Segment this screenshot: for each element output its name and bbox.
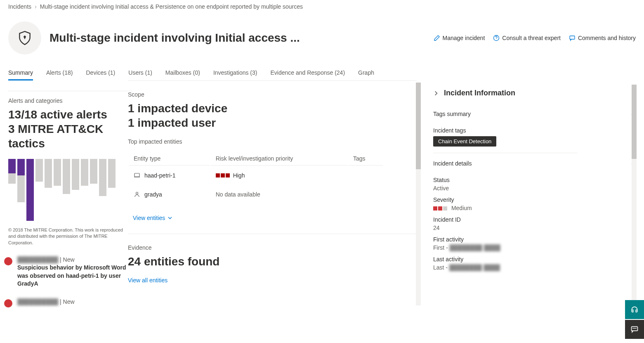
top-entities-label: Top impacted entities (128, 138, 417, 145)
comment-icon (569, 35, 576, 41)
impacted-user-stat: 1 impacted user (128, 116, 417, 130)
table-row[interactable]: haad-petri-1High (129, 166, 383, 185)
bar (45, 159, 52, 188)
evidence-label: Evidence (128, 244, 417, 251)
col-risk: Risk level/investigation priority (211, 152, 347, 166)
shield-icon (8, 21, 41, 54)
id-value: 24 (433, 225, 636, 231)
alert-meta: ██████████ | New (17, 298, 128, 305)
status-label: Status (433, 177, 636, 183)
manage-incident-link[interactable]: Manage incident (434, 35, 485, 41)
tab-evidence-and-response-[interactable]: Evidence and Response (24) (270, 67, 345, 80)
tab-devices-[interactable]: Devices (1) (86, 67, 115, 80)
tag-chip[interactable]: Chain Event Detection (433, 136, 496, 147)
first-activity-value: First - ████████ ████ (433, 244, 636, 251)
tab-investigations-[interactable]: Investigations (3) (213, 67, 257, 80)
scope-column: Scope 1 impacted device 1 impacted user … (128, 80, 417, 308)
risk-cell: High (211, 166, 347, 185)
alert-title: Suspicious behavior by Microsoft Word wa… (17, 264, 128, 288)
view-entities-link[interactable]: View entities (133, 215, 172, 221)
alert-item[interactable]: ██████████ | New (4, 298, 128, 308)
consult-expert-link[interactable]: Consult a threat expert (493, 35, 561, 41)
tab-alerts-[interactable]: Alerts (18) (46, 67, 73, 80)
svg-rect-1 (570, 36, 575, 39)
breadcrumb: Incidents › Multi-stage incident involvi… (0, 0, 644, 13)
pencil-icon (434, 35, 440, 41)
entities-table: Entity type Risk level/investigation pri… (128, 151, 384, 204)
severity-dot-icon (4, 257, 12, 265)
tab-graph[interactable]: Graph (358, 67, 374, 80)
svg-rect-2 (134, 173, 139, 177)
bar (8, 159, 16, 184)
col-tags: Tags (348, 152, 383, 166)
severity-dot-icon (4, 299, 12, 308)
col-entity-type: Entity type (129, 152, 210, 166)
user-icon (134, 191, 140, 198)
breadcrumb-current: Multi-stage incident involving Initial a… (40, 3, 303, 10)
tags-summary-head[interactable]: Tags summary (433, 106, 636, 122)
scrollbar[interactable] (632, 85, 637, 308)
entity-name: gradya (144, 191, 162, 198)
bar (72, 159, 79, 190)
svg-point-3 (136, 192, 138, 194)
device-icon (134, 172, 140, 179)
id-label: Incident ID (433, 216, 636, 223)
mitre-bar-chart (8, 159, 124, 221)
comments-history-link[interactable]: Comments and history (569, 35, 636, 41)
severity-value: Medium (433, 205, 636, 211)
table-row[interactable]: gradyaNo data available (129, 185, 383, 203)
tabs: SummaryAlerts (18)Devices (1)Users (1)Ma… (0, 59, 644, 80)
alerts-column: Alerts and categories 13/18 active alert… (0, 80, 128, 308)
bar (90, 159, 97, 184)
bar (17, 159, 25, 202)
first-activity-label: First activity (433, 236, 636, 243)
status-value: Active (433, 185, 636, 192)
last-activity-label: Last activity (433, 256, 636, 263)
last-activity-value: Last - ████████ ████ (433, 264, 636, 271)
incident-details-head[interactable]: Incident details (433, 155, 636, 172)
bar (54, 159, 61, 186)
mitre-tactics-stat: 3 MITRE ATT&CK tactics (8, 122, 124, 151)
bar (26, 159, 34, 221)
page-header: Multi-stage incident involving Initial a… (0, 13, 644, 59)
view-all-entities-link[interactable]: View all entities (128, 277, 167, 284)
tab-mailboxes-[interactable]: Mailboxes (0) (165, 67, 200, 80)
tab-users-[interactable]: Users (1) (128, 67, 152, 80)
risk-cell: No data available (211, 185, 347, 203)
breadcrumb-root[interactable]: Incidents (8, 3, 31, 10)
alert-meta: ██████████ | New (17, 256, 128, 263)
impacted-device-stat: 1 impacted device (128, 101, 417, 116)
severity-label: Severity (433, 196, 636, 203)
chevron-right-icon: › (35, 3, 37, 10)
incident-tags-label: Incident tags (433, 127, 636, 134)
mitre-footnote: © 2018 The MITRE Corporation. This work … (8, 227, 124, 246)
entities-found-stat: 24 entities found (128, 254, 417, 269)
alerts-section-label: Alerts and categories (8, 97, 124, 104)
chevron-right-icon[interactable] (433, 90, 439, 96)
tags-cell (348, 166, 383, 185)
page-title: Multi-stage incident involving Initial a… (50, 31, 300, 45)
tags-cell (348, 185, 383, 203)
bar (81, 159, 88, 186)
support-fab[interactable] (625, 300, 644, 308)
bar (63, 159, 70, 194)
chevron-down-icon (167, 215, 172, 220)
header-actions: Manage incident Consult a threat expert … (434, 35, 636, 41)
bar (99, 159, 106, 196)
question-icon (493, 35, 500, 41)
active-alerts-stat: 13/18 active alerts (8, 107, 124, 122)
headset-icon (630, 305, 639, 308)
bar (108, 159, 116, 188)
scope-label: Scope (128, 91, 417, 98)
bar (35, 159, 43, 182)
alert-item[interactable]: ██████████ | NewSuspicious behavior by M… (4, 256, 128, 288)
info-panel: Incident Information Tags summary Incide… (417, 80, 644, 308)
tab-summary[interactable]: Summary (8, 67, 33, 80)
entity-name: haad-petri-1 (144, 172, 176, 179)
incident-info-header: Incident Information (444, 89, 515, 97)
